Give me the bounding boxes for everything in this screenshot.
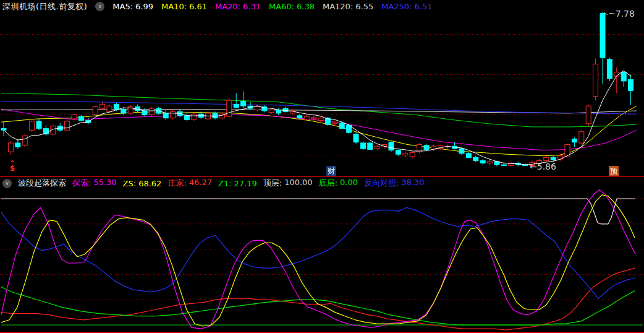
dingceng-label: 顶层: [263,178,282,189]
z1-value: 27.19 [234,179,257,188]
ma5-value: 6.99 [135,2,153,11]
ma60-value: 6.38 [297,2,315,11]
indicator-legend-fanxiang: 反向对照: 38.30 [364,178,425,189]
tansuo-label: 探索: [72,178,91,189]
indicator-chart[interactable] [0,177,644,332]
panel-separator [0,176,644,177]
ma10-value: 6.61 [189,2,207,11]
diceng-label: 底层: [319,178,337,189]
ma250-value: 6.51 [415,2,433,11]
indicator-legend-dingceng: 顶层: 100.00 [263,178,313,189]
ma-legend-ma20: MA20: 6.31 [215,2,261,11]
svg-text:←5.86: ←5.86 [530,162,556,171]
indicator-legend-z1: Z1: 27.19 [218,179,257,188]
ma-legend-ma250: MA250: 6.51 [381,2,432,11]
chevron-down-icon: ∨ [5,180,9,186]
indicator-legend-zs: ZS: 68.62 [123,179,162,188]
indicator-legend-tansuo: 探索: 55.30 [72,178,117,189]
ma-legend-ma5: MA5: 6.99 [112,2,153,11]
diceng-value: 0.00 [340,178,358,189]
z1-label: Z1: [218,179,232,188]
ma10-label: MA10: [161,2,187,11]
fanxiang-value: 38.30 [401,178,424,189]
ma60-label: MA60: [269,2,294,11]
zs-label: ZS: [123,179,137,188]
tdx-chart-window: 深圳机场(日线.前复权) ∨ MA5: 6.99 MA10: 6.61 MA20… [0,0,644,333]
zhuangjia-label: 庄家: [167,178,186,189]
earnings-forecast-marker[interactable]: 预 [609,166,619,176]
instrument-title: 深圳机场(日线.前复权) [2,1,87,12]
caret-icon: ^ [8,160,17,166]
ma120-value: 6.55 [355,2,373,11]
main-candlestick-chart[interactable]: ~7.78←5.86 [0,0,644,177]
indicator-name: 波段起落探索 [18,178,66,189]
indicator-header: ∨ 波段起落探索 探索: 55.30 ZS: 68.62 庄家: 46.27 Z… [0,178,644,188]
dingceng-value: 100.00 [284,178,313,189]
ma-legend-ma60: MA60: 6.38 [269,2,315,11]
dividend-event-marker[interactable]: ^ $ [8,164,17,175]
fanxiang-label: 反向对照: [364,178,399,189]
ma20-value: 6.31 [243,2,261,11]
ma-legend-ma120: MA120: 6.55 [323,2,373,11]
collapse-main-panel-button[interactable]: ∨ [95,2,104,11]
collapse-indicator-panel-button[interactable]: ∨ [2,179,12,188]
financial-report-marker[interactable]: 财 [326,166,336,176]
chevron-down-icon: ∨ [98,3,102,9]
tansuo-value: 55.30 [93,178,116,189]
zs-value: 68.62 [138,179,161,188]
indicator-legend-zhuangjia: 庄家: 46.27 [167,178,212,189]
ma5-label: MA5: [112,2,133,11]
ma120-label: MA120: [323,2,353,11]
indicator-legend-diceng: 底层: 0.00 [319,178,358,189]
main-chart-header: 深圳机场(日线.前复权) ∨ MA5: 6.99 MA10: 6.61 MA20… [0,0,644,13]
ma20-label: MA20: [215,2,240,11]
ma-legend-ma10: MA10: 6.61 [161,2,207,11]
ma250-label: MA250: [381,2,412,11]
zhuangjia-value: 46.27 [189,178,212,189]
